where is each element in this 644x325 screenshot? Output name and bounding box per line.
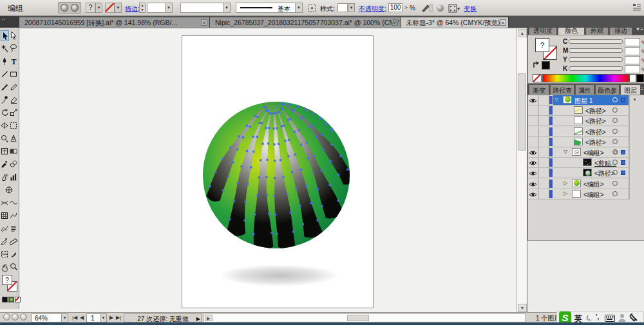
screen-mode-button-3[interactable] [20, 313, 27, 320]
channel-slider-M[interactable] [569, 48, 623, 53]
page-combo[interactable]: 1▼ [86, 313, 107, 322]
layer-row-3[interactable]: <路径> [528, 116, 639, 126]
visibility-cell[interactable] [529, 189, 539, 199]
layer-target-circle[interactable] [612, 118, 618, 123]
tool-gradient[interactable] [10, 146, 18, 157]
lock-cell[interactable] [539, 147, 549, 157]
history-status[interactable]: 27 次还原: 无重做▶ [124, 313, 202, 322]
layer-row-content[interactable]: <路径> [553, 137, 629, 147]
toolbox-header[interactable]: ▪ ▪ [0, 16, 19, 28]
lock-cell[interactable] [539, 189, 549, 199]
layer-target-circle[interactable] [612, 139, 618, 144]
opacity-stepper[interactable]: > [404, 5, 408, 10]
close-tab-icon[interactable]: ✕ [392, 19, 398, 26]
lock-cell[interactable] [539, 95, 549, 105]
zoom-combo[interactable]: 64%▼ [31, 313, 68, 322]
none-mode-button[interactable] [15, 297, 21, 302]
prev-page-button[interactable]: ◀ [80, 315, 84, 320]
next-page-button[interactable]: ▶ [109, 315, 113, 320]
variable-width-combo[interactable]: ▼ [180, 3, 231, 13]
layer-target-circle[interactable] [612, 191, 618, 196]
tool-rectangle[interactable] [10, 69, 18, 80]
visibility-cell[interactable] [529, 179, 539, 189]
scroll-down-arrow[interactable]: ▼ [518, 304, 527, 312]
layer-selection-indicator[interactable] [621, 98, 625, 102]
horizontal-scroll-thumb[interactable] [347, 315, 369, 321]
tool-artboard[interactable] [5, 185, 14, 196]
tool-width[interactable] [1, 120, 9, 131]
layer-target-circle[interactable] [612, 149, 618, 154]
layers-panel-tab-4[interactable]: 颜色参 [595, 84, 620, 95]
tool-curve[interactable] [10, 210, 18, 221]
screen-mode-button-2[interactable] [12, 313, 19, 320]
stroke-weight-stepper[interactable]: ▲▼ [139, 3, 146, 13]
layer-target-circle[interactable] [612, 107, 618, 113]
tool-scale[interactable] [10, 107, 18, 118]
document-tab-3[interactable]: 未标题-3* @ 64% (CMYK/预览)✕ [401, 17, 509, 28]
fill-proxy-panel[interactable]: ? [535, 38, 549, 52]
visibility-cell[interactable] [529, 168, 539, 178]
tool-knife[interactable] [10, 249, 18, 260]
tool-warp[interactable] [1, 198, 9, 209]
tool-zoom[interactable] [10, 262, 18, 273]
tool-wave[interactable] [10, 198, 18, 209]
tool-type[interactable]: T [10, 56, 18, 67]
opacity-link[interactable]: 不透明度: [359, 5, 386, 14]
tool-magic-wand[interactable] [1, 43, 9, 54]
stroke-swatch-button[interactable] [71, 4, 79, 12]
tool-scribble[interactable] [1, 223, 9, 234]
stroke-color-dropdown[interactable]: ▼ [115, 3, 122, 13]
layer-row-5[interactable]: <路径> [528, 137, 639, 147]
opacity-value[interactable]: 100 [388, 3, 402, 12]
layer-thumbnail[interactable] [572, 148, 581, 156]
layer-thumbnail[interactable] [572, 180, 581, 187]
lock-cell[interactable] [539, 137, 549, 147]
channel-slider-C[interactable] [569, 39, 623, 44]
stroke-link[interactable]: 描边: [125, 5, 140, 14]
layer-target-circle[interactable] [612, 97, 618, 102]
recolor-artwork-icon[interactable] [308, 4, 317, 13]
layer-row-content[interactable]: ▷<编组> [553, 189, 629, 199]
tool-shape-builder[interactable] [1, 133, 9, 144]
tool-rotate[interactable] [1, 107, 9, 118]
layer-thumbnail[interactable] [574, 116, 583, 124]
black-swatch[interactable] [542, 61, 550, 70]
layer-thumbnail[interactable] [583, 169, 592, 176]
stroke-weight-combo[interactable]: ▼ [147, 3, 173, 13]
layer-label[interactable]: <编组> [583, 180, 604, 189]
visibility-cell[interactable] [529, 147, 539, 157]
brush-combo[interactable]: 基本 ▼ [236, 3, 303, 13]
transform-grid-icon[interactable]: ▾ [448, 4, 461, 13]
layer-thumbnail[interactable] [563, 96, 572, 104]
tool-pen[interactable] [1, 56, 9, 67]
tool-free-transform[interactable] [10, 120, 18, 131]
lock-cell[interactable] [539, 106, 549, 115]
layer-label[interactable]: <路径> [585, 107, 606, 116]
tool-perspective-grid[interactable] [10, 133, 18, 144]
visibility-cell[interactable] [529, 106, 539, 115]
layer-target-circle[interactable] [612, 170, 618, 175]
layer-selection-indicator[interactable] [621, 160, 625, 165]
tool-blend[interactable] [10, 159, 18, 170]
vertical-scroll-thumb[interactable] [518, 73, 526, 151]
expand-toggle[interactable]: ▽ [564, 149, 567, 154]
layer-label[interactable]: <路径> [585, 138, 606, 147]
workspace-icon[interactable] [632, 3, 641, 13]
channel-value-C[interactable] [625, 38, 640, 46]
white-swatch[interactable] [629, 74, 636, 82]
layer-row-content[interactable]: <路径> [553, 127, 629, 136]
visibility-cell[interactable] [529, 137, 539, 147]
visibility-cell[interactable] [529, 116, 539, 125]
canvas-area[interactable]: ▲ ▼ [19, 28, 527, 312]
layer-row-8[interactable]: <路径> [528, 168, 639, 178]
screen-mode-button-1[interactable] [3, 313, 10, 320]
swap-fill-stroke-icon[interactable] [532, 60, 541, 69]
tool-eyedropper[interactable] [1, 159, 9, 170]
channel-value-M[interactable] [625, 47, 640, 55]
lock-cell[interactable] [539, 179, 549, 189]
layers-panel-tab-5[interactable]: 图层 [620, 84, 641, 95]
layers-panel-tab-3[interactable]: 属性 [575, 84, 594, 95]
tool-slice[interactable] [1, 249, 9, 260]
channel-slider-K[interactable] [569, 66, 623, 71]
layer-row-content[interactable]: <剪贴... [553, 158, 629, 167]
